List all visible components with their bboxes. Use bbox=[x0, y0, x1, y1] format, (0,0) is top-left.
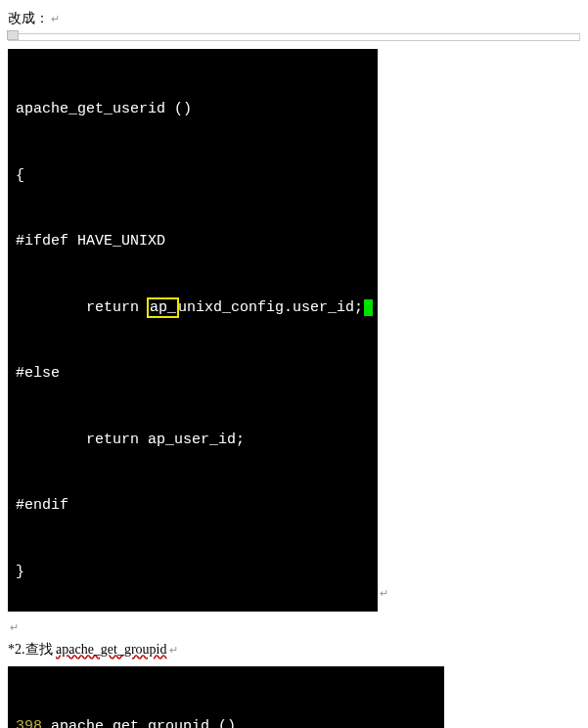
code-line: #ifdef HAVE_UNIXD bbox=[16, 231, 370, 253]
code-line: } bbox=[16, 562, 370, 584]
heading-find-groupid: *2.查找 apache_get_groupid bbox=[8, 641, 580, 659]
line-break-mark bbox=[378, 585, 388, 600]
line-number: 398 bbox=[16, 716, 42, 729]
code-line: 398 apache_get_groupid () bbox=[16, 716, 436, 729]
cursor bbox=[364, 299, 373, 316]
code-line: return ap_unixd_config.user_id; bbox=[16, 297, 370, 320]
code-line: { bbox=[16, 165, 370, 188]
code-line: #else bbox=[16, 363, 370, 386]
heading-change-to-1: 改成： bbox=[8, 10, 580, 27]
function-name: apache_get_groupid bbox=[56, 642, 167, 657]
code-line: #endif bbox=[16, 495, 370, 518]
ruler bbox=[8, 33, 580, 41]
code-block-1: apache_get_userid () { #ifdef HAVE_UNIXD… bbox=[8, 49, 378, 612]
blank-line bbox=[8, 619, 580, 635]
highlight-ap: ap_ bbox=[147, 297, 179, 318]
code-block-2: 398 apache_get_groupid () 399 { 400 #ifd… bbox=[8, 666, 444, 729]
code-line: apache_get_userid () bbox=[16, 99, 370, 121]
code-line: return ap_user_id; bbox=[16, 430, 370, 452]
